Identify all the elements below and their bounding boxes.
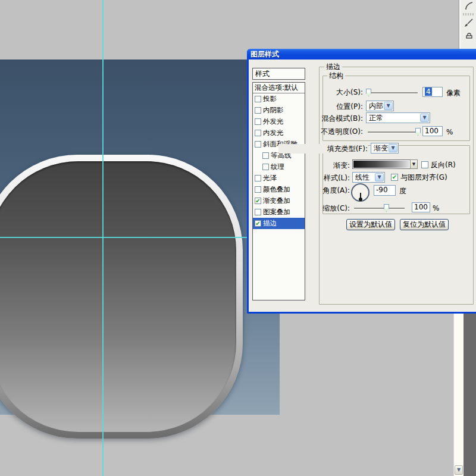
size-label: 大小(S): xyxy=(274,87,363,97)
guide-horizontal[interactable] xyxy=(0,237,248,238)
pen-icon[interactable] xyxy=(462,0,475,12)
dropdown-arrow-icon[interactable]: ▼ xyxy=(389,144,397,152)
unchecked-checkbox-icon[interactable] xyxy=(255,141,261,148)
reverse-label: 反向(R) xyxy=(431,161,456,169)
fill-type-label: 填充类型(F): xyxy=(278,144,368,154)
blend-mode-dropdown[interactable]: 正常 ▼ xyxy=(366,112,430,123)
align-with-layer-label: 与图层对齐(G) xyxy=(400,173,447,181)
unchecked-checkbox-icon[interactable] xyxy=(255,96,261,102)
angle-label: 角度(A): xyxy=(261,186,350,195)
position-value: 内部 xyxy=(369,102,383,110)
canvas-scrollbar[interactable]: ▼ xyxy=(453,314,464,476)
fill-type-value: 渐变 xyxy=(374,144,388,152)
position-label: 位置(P): xyxy=(274,102,363,111)
unchecked-checkbox-icon[interactable] xyxy=(262,152,269,159)
toolbox-partial xyxy=(459,0,476,49)
opacity-slider-track[interactable] xyxy=(368,131,419,133)
fill-type-dropdown[interactable]: 渐变 ▼ xyxy=(371,143,399,154)
layer-style-dialog: 图层样式 样式 混合选项:默认 投影内阴影外发光内发光斜面和浮雕等高线纹理光泽颜… xyxy=(247,49,476,314)
gradient-picker-arrow-icon[interactable]: ▼ xyxy=(410,159,418,169)
blend-mode-label: 混合模式(B): xyxy=(274,114,363,123)
guide-vertical[interactable] xyxy=(102,0,104,476)
gradient-swatch xyxy=(353,161,409,168)
size-slider-track[interactable] xyxy=(368,92,418,93)
dropdown-arrow-icon[interactable]: ▼ xyxy=(384,102,393,110)
dropdown-arrow-icon[interactable]: ▼ xyxy=(375,173,384,181)
size-value: 4 xyxy=(425,87,432,96)
stroke-section-title: 描边 xyxy=(324,62,342,71)
gradient-label: 渐变: xyxy=(261,161,350,170)
angle-unit: 度 xyxy=(399,186,406,196)
reverse-checkbox[interactable] xyxy=(421,161,428,168)
scale-label: 缩放(C): xyxy=(261,203,350,213)
style-item-label: 描边 xyxy=(263,219,277,228)
gradient-style-label: 样式(L): xyxy=(261,173,350,183)
dialog-title: 图层样式 xyxy=(247,49,279,60)
scale-input[interactable]: 100 xyxy=(412,202,430,212)
style-list-item[interactable]: ✔描边 xyxy=(253,218,305,229)
checked-checkbox-icon[interactable]: ✔ xyxy=(255,220,261,227)
unchecked-checkbox-icon[interactable] xyxy=(255,130,261,136)
dropdown-arrow-icon[interactable]: ▼ xyxy=(420,114,429,122)
angle-dial[interactable] xyxy=(351,183,369,202)
opacity-label: 不透明度(O): xyxy=(274,127,363,136)
blend-mode-value: 正常 xyxy=(369,114,383,122)
align-with-layer-checkbox[interactable]: ✔ xyxy=(391,174,398,181)
structure-group-title: 结构 xyxy=(327,71,345,80)
gradient-style-value: 线性 xyxy=(355,173,369,181)
window-edge xyxy=(464,314,476,476)
scroll-down-icon[interactable]: ▼ xyxy=(455,465,463,475)
clone-stamp-icon[interactable] xyxy=(462,29,475,40)
unchecked-checkbox-icon[interactable] xyxy=(255,107,261,114)
shape-fill xyxy=(0,161,236,432)
gradient-style-dropdown[interactable]: 线性 ▼ xyxy=(352,172,385,183)
size-unit: 像素 xyxy=(446,88,461,98)
position-dropdown[interactable]: 内部 ▼ xyxy=(366,101,394,111)
styles-header: 样式 xyxy=(252,68,305,80)
size-input[interactable]: 4 xyxy=(422,87,443,97)
opacity-unit: % xyxy=(446,127,453,137)
scale-slider-track[interactable] xyxy=(354,208,405,209)
photoshop-workspace: { "window": { "title": "图层样式" }, "styles… xyxy=(0,0,476,476)
scale-unit: % xyxy=(433,203,439,213)
angle-input[interactable]: -90 xyxy=(374,185,396,196)
reset-default-button[interactable]: 复位为默认值 xyxy=(400,219,449,230)
unchecked-checkbox-icon[interactable] xyxy=(255,118,261,125)
angle-dial-knob xyxy=(359,198,362,201)
dialog-titlebar[interactable]: 图层样式 xyxy=(247,49,476,60)
toolbox-grip xyxy=(463,13,474,15)
shape-stroke xyxy=(0,155,243,439)
gradient-preview[interactable] xyxy=(352,159,411,169)
brush-icon[interactable] xyxy=(462,17,475,29)
opacity-input[interactable]: 100 xyxy=(422,126,443,136)
set-default-button[interactable]: 设置为默认值 xyxy=(346,219,395,230)
